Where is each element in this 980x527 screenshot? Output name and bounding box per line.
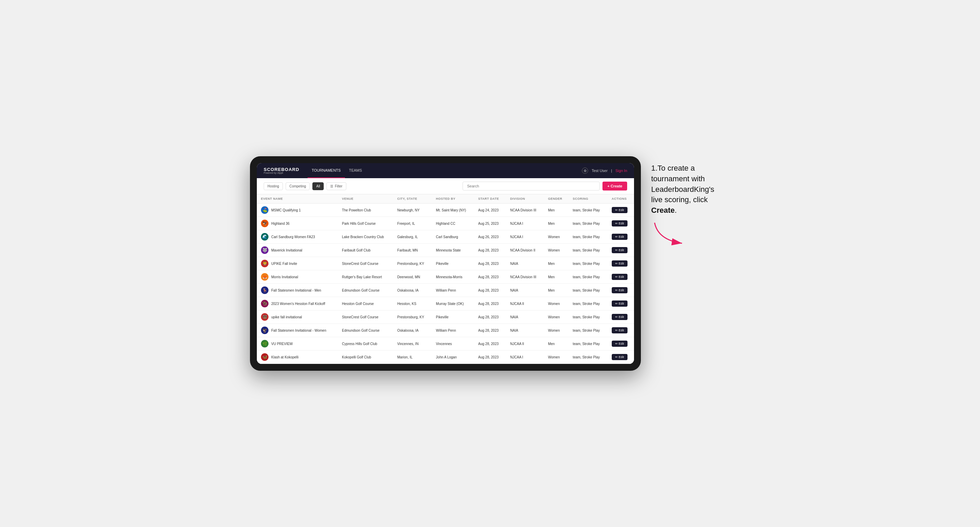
edit-button-7[interactable]: ✏ Edit — [612, 300, 627, 307]
gender-8: Women — [544, 310, 568, 324]
edit-button-6[interactable]: ✏ Edit — [612, 287, 627, 293]
team-icon-9: 🦅 — [261, 327, 269, 334]
hosted-by-0: Mt. Saint Mary (NY) — [432, 203, 474, 217]
division-11: NJCAA I — [506, 351, 544, 364]
competing-button[interactable]: Competing — [286, 182, 310, 190]
table-row: 🦊 Morris Invitational Ruttger's Bay Lake… — [257, 270, 634, 284]
nav-logo: SCOREBOARD Powered by clippit — [264, 167, 299, 174]
scoring-4: team, Stroke Play — [568, 257, 607, 270]
action-cell-9: ✏ Edit — [608, 324, 634, 337]
team-icon-8: 🐻 — [261, 313, 269, 321]
table-row: 🦅 Fall Statesmen Invitational - Women Ed… — [257, 324, 634, 337]
event-cell-10: 🌿 VU PREVIEW — [257, 337, 338, 351]
city-state-4: Prestonsburg, KY — [393, 257, 432, 270]
annotation-text: 1.To create a tournament with Leaderboar… — [651, 163, 727, 216]
scoring-2: team, Stroke Play — [568, 230, 607, 244]
division-9: NAIA — [506, 324, 544, 337]
table-row: 🦁 UPIKE Fall Invite StoneCrest Golf Cour… — [257, 257, 634, 270]
event-cell-3: 🐺 Maverick Invitational — [257, 244, 338, 257]
event-name-1: Highland 36 — [271, 222, 290, 225]
event-name-7: 2023 Women's Hesston Fall Kickoff — [271, 302, 325, 306]
action-cell-5: ✏ Edit — [608, 270, 634, 284]
event-cell-8: 🐻 upike fall invitational — [257, 310, 338, 324]
event-cell-5: 🦊 Morris Invitational — [257, 270, 338, 284]
nav-user: Test User — [592, 168, 607, 173]
col-hosted-by: HOSTED BY — [432, 194, 474, 203]
division-10: NJCAA II — [506, 337, 544, 351]
edit-button-3[interactable]: ✏ Edit — [612, 247, 627, 253]
edit-button-5[interactable]: ✏ Edit — [612, 274, 627, 280]
toolbar: Hosting Competing All ☰ Filter + Create — [257, 178, 634, 194]
team-icon-3: 🐺 — [261, 246, 269, 254]
action-cell-7: ✏ Edit — [608, 297, 634, 310]
scoring-11: team, Stroke Play — [568, 351, 607, 364]
nav-tab-tournaments[interactable]: TOURNAMENTS — [307, 163, 345, 178]
gender-2: Women — [544, 230, 568, 244]
event-name-5: Morris Invitational — [271, 275, 298, 279]
hosted-by-10: Vincennes — [432, 337, 474, 351]
team-icon-6: 🦌 — [261, 286, 269, 294]
scoring-5: team, Stroke Play — [568, 270, 607, 284]
col-venue: VENUE — [338, 194, 393, 203]
start-date-0: Aug 24, 2023 — [474, 203, 506, 217]
gender-1: Men — [544, 217, 568, 230]
search-input[interactable] — [463, 182, 600, 190]
edit-button-9[interactable]: ✏ Edit — [612, 327, 627, 333]
gender-11: Women — [544, 351, 568, 364]
edit-button-1[interactable]: ✏ Edit — [612, 220, 627, 227]
city-state-8: Prestonsburg, KY — [393, 310, 432, 324]
start-date-6: Aug 28, 2023 — [474, 284, 506, 297]
scoring-9: team, Stroke Play — [568, 324, 607, 337]
arrow-svg — [651, 219, 692, 247]
edit-button-2[interactable]: ✏ Edit — [612, 234, 627, 240]
edit-button-11[interactable]: ✏ Edit — [612, 354, 627, 360]
action-cell-6: ✏ Edit — [608, 284, 634, 297]
hosted-by-5: Minnesota-Morris — [432, 270, 474, 284]
edit-button-8[interactable]: ✏ Edit — [612, 314, 627, 320]
edit-button-10[interactable]: ✏ Edit — [612, 341, 627, 347]
annotation-area: 1.To create a tournament with Leaderboar… — [641, 156, 730, 254]
scoring-3: team, Stroke Play — [568, 244, 607, 257]
nav-tab-teams[interactable]: TEAMS — [345, 163, 366, 178]
venue-10: Cypress Hills Golf Club — [338, 337, 393, 351]
team-icon-0: ⛳ — [261, 206, 269, 214]
team-icon-5: 🦊 — [261, 273, 269, 281]
table-container: EVENT NAME VENUE CITY, STATE HOSTED BY S… — [257, 194, 634, 364]
nav-sign-in-link[interactable]: Sign In — [616, 168, 627, 173]
table-row: 🌊 Carl Sandburg Women FA23 Lake Bracken … — [257, 230, 634, 244]
settings-icon[interactable]: ⚙ — [582, 168, 588, 174]
action-cell-11: ✏ Edit — [608, 351, 634, 364]
division-2: NJCAA I — [506, 230, 544, 244]
table-row: 🦬 2023 Women's Hesston Fall Kickoff Hess… — [257, 297, 634, 310]
division-6: NAIA — [506, 284, 544, 297]
venue-9: Edmundson Golf Course — [338, 324, 393, 337]
team-icon-4: 🦁 — [261, 260, 269, 267]
hosted-by-8: Pikeville — [432, 310, 474, 324]
team-icon-7: 🦬 — [261, 300, 269, 307]
logo-sub: Powered by clippit — [264, 171, 299, 174]
hosted-by-7: Murray State (OK) — [432, 297, 474, 310]
start-date-2: Aug 26, 2023 — [474, 230, 506, 244]
start-date-8: Aug 28, 2023 — [474, 310, 506, 324]
table-row: 🦌 Fall Statesmen Invitational - Men Edmu… — [257, 284, 634, 297]
edit-button-0[interactable]: ✏ Edit — [612, 207, 627, 213]
scoring-6: team, Stroke Play — [568, 284, 607, 297]
col-actions: ACTIONS — [608, 194, 634, 203]
col-city-state: CITY, STATE — [393, 194, 432, 203]
page-wrapper: SCOREBOARD Powered by clippit TOURNAMENT… — [250, 156, 730, 371]
city-state-2: Galesburg, IL — [393, 230, 432, 244]
all-button[interactable]: All — [312, 182, 324, 190]
filter-button[interactable]: ☰ Filter — [326, 182, 346, 190]
city-state-0: Newburgh, NY — [393, 203, 432, 217]
hosted-by-2: Carl Sandburg — [432, 230, 474, 244]
start-date-7: Aug 28, 2023 — [474, 297, 506, 310]
create-button[interactable]: + Create — [603, 182, 627, 190]
city-state-1: Freeport, IL — [393, 217, 432, 230]
team-icon-11: 🦋 — [261, 353, 269, 361]
event-name-10: VU PREVIEW — [271, 342, 293, 346]
action-cell-10: ✏ Edit — [608, 337, 634, 351]
edit-button-4[interactable]: ✏ Edit — [612, 260, 627, 267]
team-icon-1: 🦅 — [261, 220, 269, 227]
hosted-by-6: William Penn — [432, 284, 474, 297]
hosting-button[interactable]: Hosting — [264, 182, 283, 190]
